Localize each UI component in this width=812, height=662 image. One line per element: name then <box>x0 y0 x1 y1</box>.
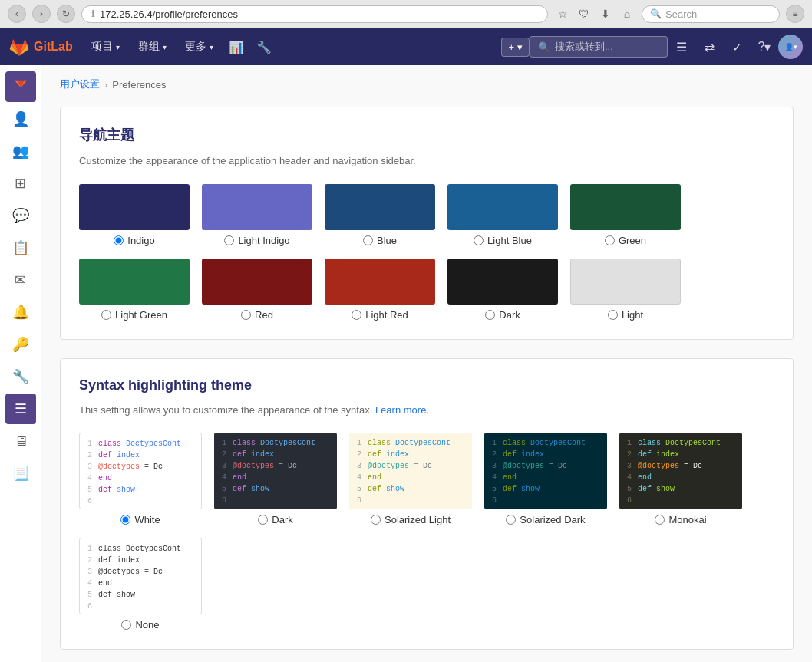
theme-radio-light-blue[interactable] <box>474 235 484 245</box>
syntax-label-sol-light[interactable]: Solarized Light <box>371 514 451 525</box>
theme-swatch-light-green[interactable] <box>79 259 190 305</box>
syntax-option-sol-light: 123456 class DoctypesCont def index @doc… <box>349 433 472 525</box>
sidebar-item-preferences[interactable]: ☰ <box>5 394 36 424</box>
download-icon[interactable]: ⬇ <box>597 5 614 22</box>
spanner-icon[interactable]: 🔧 <box>250 33 278 61</box>
syntax-option-monokai: 123456 class DoctypesCont def index @doc… <box>619 433 742 525</box>
theme-swatch-indigo[interactable] <box>79 184 190 230</box>
nav-groups[interactable]: 群组 ▾ <box>129 28 176 65</box>
syntax-preview-sol-light: 123456 class DoctypesCont def index @doc… <box>349 433 472 509</box>
theme-swatch-green[interactable] <box>570 184 681 230</box>
syntax-radio-white[interactable] <box>120 515 130 525</box>
syntax-title: Syntax highlighting theme <box>79 377 774 394</box>
left-sidebar: 👤 👥 ⊞ 💬 📋 ✉ 🔔 🔑 🔧 ☰ 🖥 📃 <box>0 65 41 662</box>
sidebar-item-settings[interactable]: 🔧 <box>5 361 36 392</box>
breadcrumb-current: Preferences <box>112 79 166 91</box>
theme-radio-blue[interactable] <box>363 235 373 245</box>
syntax-label-monokai[interactable]: Monokai <box>655 514 706 525</box>
theme-radio-indigo[interactable] <box>114 235 124 245</box>
syntax-label-sol-dark[interactable]: Solarized Dark <box>506 514 585 525</box>
help-icon[interactable]: ? ▾ <box>751 33 778 61</box>
theme-swatch-light-blue[interactable] <box>447 184 558 230</box>
theme-radio-light-red[interactable] <box>352 310 361 320</box>
home-icon[interactable]: ⌂ <box>619 5 635 22</box>
sidebar-item-projects[interactable]: ⊞ <box>5 168 36 199</box>
browser-search[interactable]: 🔍 Search <box>642 5 780 23</box>
syntax-preview-sol-dark: 123456 class DoctypesCont def index @doc… <box>484 433 607 509</box>
theme-option-light-green: Light Green <box>79 259 190 321</box>
theme-label-light-indigo[interactable]: Light Indigo <box>224 235 289 246</box>
theme-label-red[interactable]: Red <box>241 309 273 321</box>
sidebar-toggle-icon[interactable]: ☰ <box>668 33 695 61</box>
sidebar-item-tokens[interactable]: 🔑 <box>5 329 36 360</box>
sidebar-item-avatar[interactable] <box>5 71 36 102</box>
stats-icon[interactable]: 📊 <box>223 33 250 61</box>
merge-request-icon[interactable]: ⇄ <box>695 33 723 61</box>
sidebar-item-profile[interactable]: 👤 <box>5 104 36 134</box>
syntax-option-none: 123456 class DoctypesCont def index @doc… <box>79 538 202 631</box>
theme-swatch-blue[interactable] <box>325 184 435 230</box>
syntax-preview-dark: 123456 class DoctypesCont def index @doc… <box>214 433 337 509</box>
syntax-radio-monokai[interactable] <box>655 515 665 525</box>
browser-search-text: Search <box>665 8 697 20</box>
syntax-label-none[interactable]: None <box>121 619 159 631</box>
syntax-label-dark[interactable]: Dark <box>258 514 292 525</box>
theme-label-light-blue[interactable]: Light Blue <box>474 235 532 246</box>
theme-radio-red[interactable] <box>241 310 251 320</box>
sidebar-item-issues[interactable]: 📋 <box>5 232 36 263</box>
theme-label-light-red[interactable]: Light Red <box>352 309 408 321</box>
gitlab-logo[interactable]: GitLab <box>9 37 73 57</box>
sidebar-item-inbox[interactable]: ✉ <box>5 265 36 295</box>
bookmark-icon[interactable]: ☆ <box>554 5 571 22</box>
syntax-radio-sol-dark[interactable] <box>506 515 516 525</box>
user-avatar[interactable]: 👤 ▾ <box>778 35 803 59</box>
syntax-radio-sol-light[interactable] <box>371 515 381 525</box>
theme-swatch-light[interactable] <box>570 259 681 305</box>
learn-more-link[interactable]: Learn more. <box>375 404 429 416</box>
syntax-preview-monokai: 123456 class DoctypesCont def index @doc… <box>619 433 742 509</box>
chevron-down-icon: ▾ <box>163 43 167 51</box>
syntax-label-white[interactable]: White <box>120 514 160 525</box>
reload-button[interactable]: ↻ <box>57 5 75 23</box>
issues-icon[interactable]: ✓ <box>723 33 751 61</box>
sidebar-item-monitor[interactable]: 🖥 <box>5 426 36 456</box>
theme-label-light-green[interactable]: Light Green <box>101 309 167 321</box>
theme-swatch-red[interactable] <box>202 259 312 305</box>
theme-option-blue: Blue <box>325 184 435 246</box>
sidebar-item-boards[interactable]: 📃 <box>5 458 36 489</box>
shield-icon[interactable]: 🛡 <box>576 5 592 22</box>
breadcrumb-parent[interactable]: 用户设置 <box>60 77 100 91</box>
url-bar[interactable]: ℹ 172.25.26.4/profile/preferences <box>81 5 548 23</box>
theme-label-light[interactable]: Light <box>608 309 643 321</box>
syntax-radio-dark[interactable] <box>258 515 268 525</box>
sidebar-item-notifications[interactable]: 🔔 <box>5 297 36 328</box>
gitlab-navbar: GitLab 项目 ▾ 群组 ▾ 更多 ▾ 📊 🔧 + ▾ 🔍 搜索或转到...… <box>0 28 812 65</box>
theme-label-green[interactable]: Green <box>605 235 646 246</box>
menu-icon[interactable]: ≡ <box>786 5 804 23</box>
theme-option-red: Red <box>202 259 312 321</box>
sidebar-item-groups[interactable]: 👥 <box>5 136 36 166</box>
create-button[interactable]: + ▾ <box>501 38 530 57</box>
theme-radio-light[interactable] <box>608 310 618 320</box>
theme-swatch-dark[interactable] <box>447 259 558 305</box>
global-search[interactable]: 🔍 搜索或转到... <box>530 36 668 58</box>
chevron-down-icon: ▾ <box>210 43 213 51</box>
app-layout: 👤 👥 ⊞ 💬 📋 ✉ 🔔 🔑 🔧 ☰ 🖥 📃 用户设置 › Preferenc… <box>0 65 812 662</box>
theme-radio-light-indigo[interactable] <box>224 235 234 245</box>
forward-button[interactable]: › <box>32 5 51 23</box>
syntax-radio-none[interactable] <box>121 620 131 630</box>
theme-swatch-light-red[interactable] <box>325 259 435 305</box>
theme-swatch-light-indigo[interactable] <box>202 184 312 230</box>
back-button[interactable]: ‹ <box>8 5 26 23</box>
theme-option-indigo: Indigo <box>79 184 190 246</box>
nav-theme-desc: Customize the appearance of the applicat… <box>79 153 774 169</box>
theme-label-blue[interactable]: Blue <box>363 235 397 246</box>
theme-label-dark[interactable]: Dark <box>485 309 520 321</box>
nav-projects[interactable]: 项目 ▾ <box>82 28 129 65</box>
theme-label-indigo[interactable]: Indigo <box>114 235 154 246</box>
theme-radio-light-green[interactable] <box>101 310 111 320</box>
theme-radio-green[interactable] <box>605 235 615 245</box>
sidebar-item-todos[interactable]: 💬 <box>5 200 36 231</box>
theme-radio-dark[interactable] <box>485 310 495 320</box>
nav-more[interactable]: 更多 ▾ <box>176 28 223 65</box>
